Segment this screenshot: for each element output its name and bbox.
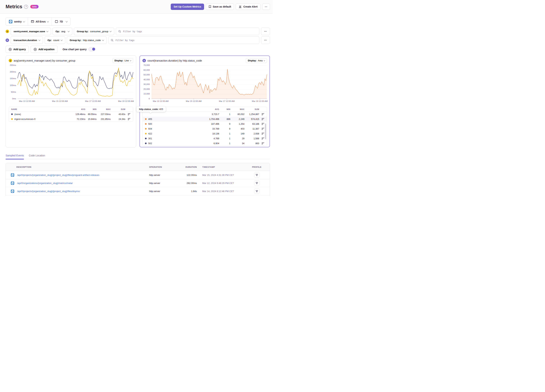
help-icon[interactable]: ? <box>24 5 28 9</box>
bookmark-icon <box>209 5 211 8</box>
tag-filter-b[interactable] <box>108 36 259 44</box>
environment-selector[interactable]: All Envs <box>28 18 52 25</box>
chart-title-a: avg(sentry.event_manager.save) by consum… <box>14 59 75 62</box>
tab-code-location[interactable]: Code Location <box>29 154 45 159</box>
save-as-default-button[interactable]: Save as default <box>206 4 234 10</box>
sort-lines-icon[interactable] <box>262 142 264 145</box>
sort-lines-icon[interactable] <box>262 133 264 135</box>
chevron-down-icon <box>68 30 70 32</box>
series-dot <box>145 142 147 144</box>
sort-lines-icon[interactable] <box>262 137 264 140</box>
chart-title-b: count(transaction.duration) by http.stat… <box>148 59 202 62</box>
event-description-link[interactable]: /api/0/projects/{organization_slug}/{pro… <box>17 190 80 193</box>
sort-lines-icon[interactable] <box>262 118 264 120</box>
chevron-down-icon <box>66 20 68 22</box>
window-icon <box>31 20 34 23</box>
tag-filter-a[interactable] <box>116 28 259 35</box>
series-row[interactable]: 301 4.769 1 29 1,588 <box>143 136 267 141</box>
metrics-page: { "header": { "title": "Metrics", "beta_… <box>0 0 272 196</box>
query-actions: Add query Add equation One chart per que… <box>6 46 270 53</box>
series-row[interactable]: 504 33.789 9 403 11,387 <box>143 126 267 131</box>
event-description-link[interactable]: /api/0/organizations/{organization_slug}… <box>17 182 73 184</box>
line-chart-a[interactable] <box>18 65 133 99</box>
chevron-down-icon <box>264 60 265 61</box>
sort-lines-icon[interactable] <box>262 113 264 115</box>
query-more-b[interactable]: ⋯ <box>261 36 270 44</box>
series-table-header: NAME AVG MIN MAX SUM <box>9 107 133 112</box>
chart-panel-b[interactable]: b count(transaction.duration) by http.st… <box>139 55 270 147</box>
series-row[interactable]: 3,723.7 1 80,032 1,254,887 <box>143 112 267 117</box>
x-axis-labels-b: Mar 13 12:00 AMMar 15 12:00 AMMar 17 12:… <box>151 99 267 103</box>
one-chart-per-query-toggle[interactable] <box>88 47 95 51</box>
tag-filter-input-a[interactable] <box>123 30 257 33</box>
query-badge-b: b <box>142 59 146 62</box>
chevron-down-icon <box>47 20 49 22</box>
search-icon <box>118 30 121 33</box>
sort-lines-icon[interactable] <box>128 118 130 120</box>
chevron-down-icon <box>23 20 25 22</box>
header-more-button[interactable]: ⋯ <box>262 4 270 10</box>
y-axis-labels-b: 010,00020,00030,00040,00050,00060,00070,… <box>142 65 151 99</box>
area-chart-b[interactable] <box>151 65 267 99</box>
query-more-a[interactable]: ⋯ <box>261 28 270 35</box>
op-select-b[interactable]: Op:count <box>45 36 65 44</box>
metric-select-b[interactable]: transaction.duration <box>11 36 43 44</box>
event-description-link[interactable]: /api/0/projects/{organization_slug}/{pro… <box>17 174 99 176</box>
display-select-b[interactable]: Display:Area <box>246 58 267 63</box>
sort-lines-icon[interactable] <box>262 128 264 130</box>
setup-custom-metrics-button[interactable]: Set Up Custom Metrics <box>171 4 204 10</box>
add-equation-button[interactable]: Add equation <box>31 46 57 53</box>
op-select-a[interactable]: Op:avg <box>53 28 72 35</box>
create-alert-button[interactable]: Create Alert <box>236 4 260 10</box>
tag-filter-input-b[interactable] <box>115 39 257 42</box>
series-row[interactable]: ingest-occurrences-0 72.23ms 15.84ms 231… <box>9 117 133 122</box>
tooltip-key: http.status_code: <box>139 108 159 110</box>
display-select-a[interactable]: Display:Line <box>112 58 133 63</box>
page-title: Metrics <box>6 4 22 10</box>
detail-tabs: Sampled Events Code Location <box>6 154 270 159</box>
profile-button[interactable] <box>254 189 260 194</box>
one-chart-per-query-label: One chart per query <box>63 48 87 51</box>
chart-panel-a[interactable]: a avg(sentry.event_manager.save) by cons… <box>6 55 136 147</box>
tooltip-value: 405 <box>159 108 163 110</box>
python-logo-icon <box>9 20 12 23</box>
metric-select-a[interactable]: sentry.event_manager.save <box>11 28 51 35</box>
series-tooltip: http.status_code: 405 <box>136 106 166 112</box>
series-dot <box>145 118 147 120</box>
page-filter-bar: sentry All Envs 7D <box>6 18 71 25</box>
series-row-405[interactable]: 405 1,704.496 886 2,249 574,415 <box>143 117 267 122</box>
y-axis-labels-a: 0ms50ms100ms150ms200ms250ms <box>9 65 18 99</box>
search-icon <box>111 39 113 42</box>
query-row-a: a sentry.event_manager.save Op:avg Group… <box>6 28 270 35</box>
python-logo-icon <box>11 190 14 193</box>
tab-sampled-events[interactable]: Sampled Events <box>6 154 24 159</box>
add-query-button[interactable]: Add query <box>6 46 29 53</box>
groupby-select-b[interactable]: Group by:http.status_code <box>67 36 107 44</box>
project-selector[interactable]: sentry <box>6 18 28 25</box>
series-dot <box>145 133 147 135</box>
query-badge-b: b <box>6 38 9 42</box>
query-badge-a: a <box>6 30 9 33</box>
series-row[interactable]: 422 18.136 1 149 2,938 <box>143 131 267 136</box>
event-row: /api/0/projects/{organization_slug}/{pro… <box>6 187 270 195</box>
plus-circle-icon <box>34 48 37 51</box>
python-logo-icon <box>11 173 14 177</box>
events-table-header: DESCRIPTION OPERATION DURATION TIMESTAMP… <box>6 163 270 171</box>
chevron-down-icon <box>46 30 49 32</box>
profile-button[interactable] <box>254 172 260 178</box>
sampled-events-table: DESCRIPTION OPERATION DURATION TIMESTAMP… <box>6 163 270 196</box>
groupby-select-a[interactable]: Group by:consumer_group <box>74 28 114 35</box>
series-table-b: NAME AVG MIN MAX SUM 3,723.7 1 80,032 1,… <box>142 107 267 146</box>
table-scrollbar[interactable] <box>265 123 266 139</box>
query-badge-a: a <box>9 59 12 62</box>
series-dot <box>11 118 13 120</box>
series-row[interactable]: (none) 129.46ms 69.55ms 227.03ms 43.63s <box>9 112 133 117</box>
profile-button[interactable] <box>254 180 260 186</box>
series-row[interactable]: 502 6.904 1 34 863 <box>143 141 267 146</box>
chevron-down-icon <box>110 30 112 32</box>
sort-lines-icon[interactable] <box>262 123 264 125</box>
series-table-a: NAME AVG MIN MAX SUM (none) 129.46ms 69.… <box>9 107 133 122</box>
time-range-selector[interactable]: 7D <box>52 18 70 25</box>
sort-lines-icon[interactable] <box>128 113 130 115</box>
series-row[interactable]: 500 187.496 9 1,254 63,186 <box>143 122 267 126</box>
